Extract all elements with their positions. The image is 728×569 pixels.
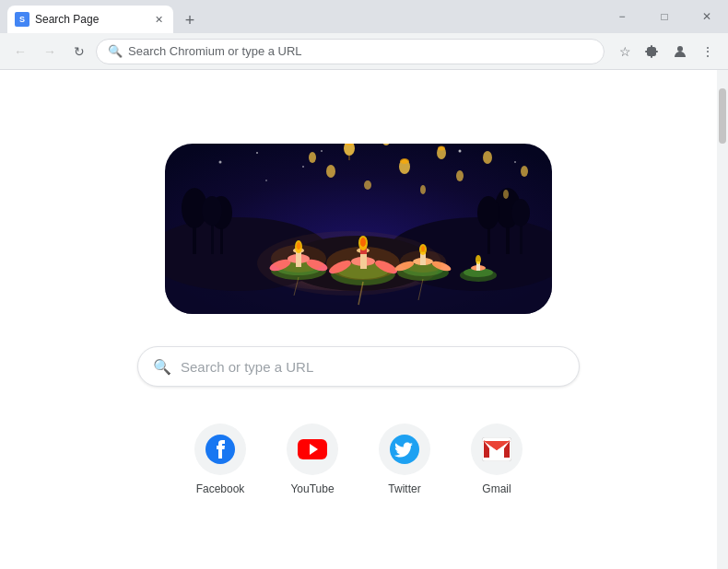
shortcut-facebook[interactable]: Facebook bbox=[183, 424, 257, 495]
tab-title: Search Page bbox=[35, 13, 146, 26]
search-magnifier-icon: 🔍 bbox=[153, 358, 171, 376]
svg-point-65 bbox=[438, 146, 445, 151]
address-text: Search Chromium or type a URL bbox=[128, 44, 302, 58]
title-bar: S Search Page ✕ + − □ ✕ bbox=[0, 0, 728, 33]
profile-button[interactable] bbox=[667, 39, 693, 64]
menu-button[interactable]: ⋮ bbox=[695, 39, 721, 64]
svg-point-78 bbox=[459, 150, 462, 153]
toolbar-actions: ☆ ⋮ bbox=[612, 39, 721, 64]
facebook-label: Facebook bbox=[196, 482, 245, 495]
page-scrollbar[interactable] bbox=[717, 70, 728, 569]
shortcut-gmail[interactable]: Gmail bbox=[460, 424, 534, 495]
svg-point-75 bbox=[503, 190, 509, 199]
gmail-icon-circle bbox=[471, 424, 523, 475]
svg-point-81 bbox=[219, 161, 222, 164]
youtube-icon-circle bbox=[287, 424, 338, 475]
address-bar[interactable]: 🔍 Search Chromium or type a URL bbox=[96, 39, 605, 64]
browser-toolbar: ← → ↻ 🔍 Search Chromium or type a URL ☆ … bbox=[0, 33, 728, 70]
svg-point-69 bbox=[456, 170, 464, 181]
svg-point-70 bbox=[483, 151, 492, 164]
shortcuts-row: Facebook YouTube bbox=[183, 424, 534, 495]
svg-point-79 bbox=[265, 180, 267, 181]
shortcut-twitter[interactable]: Twitter bbox=[368, 424, 441, 495]
new-tab-button[interactable]: + bbox=[177, 7, 203, 33]
search-icon: 🔍 bbox=[108, 44, 123, 58]
tab-close-button[interactable]: ✕ bbox=[151, 12, 166, 27]
svg-point-76 bbox=[256, 152, 258, 154]
tab-favicon: S bbox=[15, 12, 29, 27]
svg-point-18 bbox=[477, 196, 499, 229]
tab-strip: S Search Page ✕ + bbox=[0, 0, 203, 33]
svg-point-77 bbox=[302, 166, 304, 168]
search-placeholder: Search or type a URL bbox=[181, 359, 313, 375]
svg-point-80 bbox=[514, 161, 516, 163]
google-doodle[interactable] bbox=[165, 125, 552, 319]
minimize-button[interactable]: − bbox=[601, 0, 643, 33]
search-bar[interactable]: 🔍 Search or type a URL bbox=[137, 346, 580, 387]
window-controls: − □ ✕ bbox=[601, 0, 728, 33]
forward-button[interactable]: → bbox=[37, 39, 63, 64]
svg-point-59 bbox=[344, 141, 355, 156]
close-button[interactable]: ✕ bbox=[686, 0, 728, 33]
svg-point-72 bbox=[309, 152, 316, 163]
svg-point-14 bbox=[202, 196, 222, 226]
svg-point-74 bbox=[521, 166, 528, 177]
shortcut-youtube[interactable]: YouTube bbox=[276, 424, 349, 495]
svg-point-83 bbox=[257, 231, 441, 296]
youtube-label: YouTube bbox=[290, 482, 334, 495]
svg-point-73 bbox=[420, 185, 426, 194]
reload-button[interactable]: ↻ bbox=[66, 39, 92, 64]
twitter-label: Twitter bbox=[388, 482, 420, 495]
svg-point-68 bbox=[326, 165, 335, 178]
svg-point-67 bbox=[400, 158, 409, 164]
browser-content: 🔍 Search or type a URL Facebook bbox=[0, 70, 728, 569]
svg-point-0 bbox=[677, 46, 683, 52]
svg-point-20 bbox=[511, 199, 530, 226]
svg-point-63 bbox=[382, 133, 390, 137]
new-tab-page: 🔍 Search or type a URL Facebook bbox=[0, 70, 717, 569]
maximize-button[interactable]: □ bbox=[643, 0, 686, 33]
svg-point-55 bbox=[476, 255, 481, 264]
facebook-icon-circle bbox=[194, 424, 246, 475]
extension-button[interactable] bbox=[640, 39, 665, 64]
active-tab[interactable]: S Search Page ✕ bbox=[7, 6, 173, 33]
svg-point-62 bbox=[382, 133, 391, 145]
twitter-icon-circle bbox=[379, 424, 430, 475]
scrollbar-thumb[interactable] bbox=[719, 88, 726, 144]
back-button[interactable]: ← bbox=[7, 39, 33, 64]
svg-point-82 bbox=[321, 150, 323, 152]
bookmark-button[interactable]: ☆ bbox=[612, 39, 638, 64]
gmail-label: Gmail bbox=[482, 482, 511, 495]
svg-point-71 bbox=[364, 180, 371, 190]
svg-point-60 bbox=[345, 140, 354, 145]
